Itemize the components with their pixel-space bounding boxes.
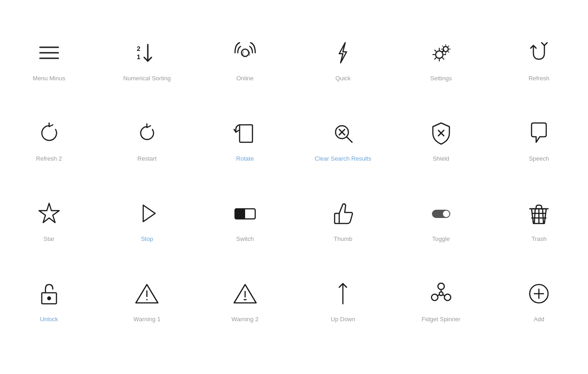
icon-cell-numerical-sorting: 2 1 Numerical Sorting (98, 9, 196, 89)
icon-cell-add: Add (490, 250, 588, 330)
quick-label: Quick (336, 75, 351, 83)
icon-cell-rotate: Rotate (196, 89, 294, 170)
icon-cell-switch: Switch (196, 170, 294, 250)
icon-cell-fidget-spinner: Fidget Spinner (392, 250, 490, 330)
icon-cell-settings: Settings (392, 9, 490, 89)
svg-point-43 (444, 294, 451, 301)
unlock-icon (35, 280, 63, 307)
stop-icon (133, 200, 161, 227)
svg-text:1: 1 (137, 53, 140, 61)
trash-label: Trash (532, 235, 547, 243)
switch-icon (231, 200, 259, 227)
switch-label: Switch (236, 235, 254, 243)
icon-cell-online: ( ) Online (196, 9, 294, 89)
menu-minus-label: Menu Minus (33, 75, 65, 83)
icon-cell-speech: Speech (490, 89, 588, 170)
rotate-icon (231, 119, 259, 147)
svg-rect-12 (240, 125, 252, 142)
online-label: Online (236, 75, 254, 83)
svg-text:2: 2 (137, 45, 140, 52)
icon-cell-unlock: Unlock (0, 250, 98, 330)
icon-grid: Menu Minus 2 1 Numerical Sorting ( ) (0, 0, 588, 340)
icon-cell-warning-1: Warning 1 (98, 250, 196, 330)
svg-point-9 (436, 51, 443, 58)
refresh-label: Refresh (528, 75, 549, 83)
star-label: Star (44, 235, 55, 243)
refresh-2-label: Refresh 2 (36, 155, 62, 163)
refresh-icon (525, 39, 553, 67)
svg-line-46 (443, 295, 445, 296)
svg-point-44 (431, 294, 438, 301)
up-down-icon (329, 280, 357, 307)
icon-cell-trash: Trash (490, 170, 588, 250)
warning-2-icon (231, 280, 259, 307)
icon-cell-toggle: Toggle (392, 170, 490, 250)
icon-cell-up-down: Up Down (294, 250, 392, 330)
svg-point-36 (146, 299, 148, 301)
speech-icon (525, 119, 553, 147)
speech-label: Speech (529, 155, 549, 163)
icon-cell-restart: Restart (98, 89, 196, 170)
rotate-label: Rotate (236, 155, 254, 163)
toggle-icon (427, 200, 455, 227)
fidget-spinner-icon (427, 280, 455, 307)
restart-label: Restart (137, 155, 157, 163)
icon-cell-shield: Shield (392, 89, 490, 170)
trash-icon (525, 200, 553, 227)
numerical-sorting-label: Numerical Sorting (123, 75, 171, 83)
online-icon: ( ) (231, 39, 259, 67)
up-down-label: Up Down (331, 316, 355, 324)
warning-2-label: Warning 2 (231, 316, 258, 324)
thumb-icon (329, 200, 357, 227)
clear-search-results-icon (329, 119, 357, 147)
shield-icon (427, 119, 455, 147)
svg-line-26 (534, 209, 535, 223)
svg-text:): ) (249, 51, 250, 56)
svg-point-25 (443, 211, 449, 217)
stop-label: Stop (141, 235, 153, 243)
toggle-label: Toggle (432, 235, 450, 243)
icon-cell-thumb: Thumb (294, 170, 392, 250)
svg-line-47 (437, 295, 439, 296)
svg-line-14 (347, 137, 352, 142)
numerical-sorting-icon: 2 1 (133, 39, 161, 67)
settings-label: Settings (430, 75, 452, 83)
icon-cell-warning-2: Warning 2 (196, 250, 294, 330)
star-icon (35, 200, 63, 227)
svg-marker-19 (39, 203, 59, 223)
svg-marker-20 (143, 205, 155, 222)
svg-text:(: ( (242, 51, 244, 56)
fidget-spinner-label: Fidget Spinner (421, 316, 460, 324)
restart-icon (133, 119, 161, 147)
shield-label: Shield (433, 155, 449, 163)
icon-cell-stop: Stop (98, 170, 196, 250)
icon-cell-refresh: Refresh (490, 9, 588, 89)
svg-point-10 (443, 47, 448, 52)
svg-point-42 (438, 283, 444, 290)
settings-icon (427, 39, 455, 67)
svg-point-33 (48, 297, 50, 300)
icon-cell-clear-search-results: Clear Search Results (294, 89, 392, 170)
add-icon (525, 280, 553, 307)
menu-minus-icon (35, 39, 63, 67)
add-label: Add (534, 316, 544, 324)
icon-cell-refresh-2: Refresh 2 (0, 89, 98, 170)
unlock-label: Unlock (40, 316, 58, 324)
refresh-2-icon (35, 119, 63, 147)
icon-cell-star: Star (0, 170, 98, 250)
clear-search-results-label: Clear Search Results (315, 155, 371, 163)
icon-cell-quick: Quick (294, 9, 392, 89)
svg-line-28 (543, 209, 543, 223)
warning-1-label: Warning 1 (134, 316, 161, 324)
thumb-label: Thumb (334, 235, 352, 243)
icon-cell-menu-minus: Menu Minus (0, 9, 98, 89)
svg-rect-22 (235, 209, 245, 219)
warning-1-icon (133, 280, 161, 307)
quick-icon (329, 39, 357, 67)
